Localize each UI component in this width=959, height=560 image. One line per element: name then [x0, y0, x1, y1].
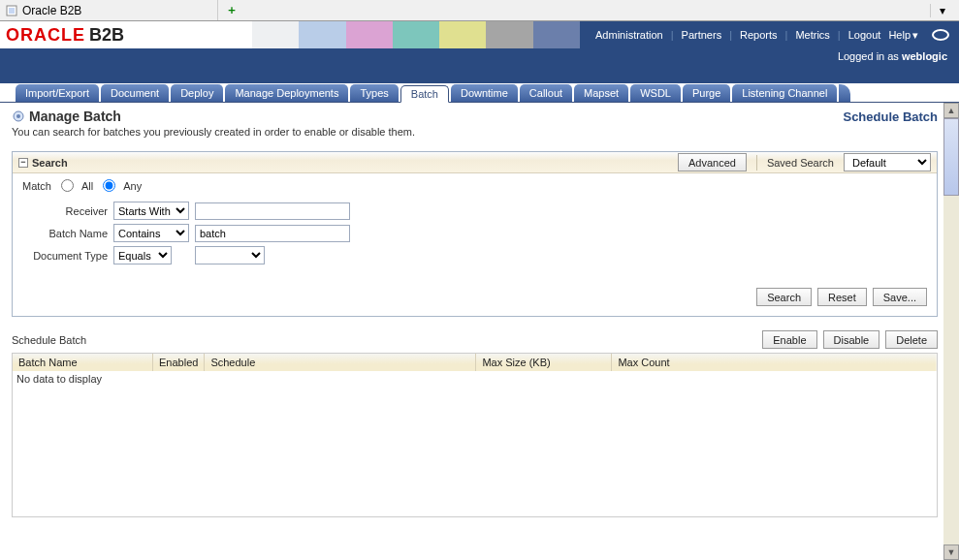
search-panel-title: Search: [32, 157, 68, 169]
nav-administration[interactable]: Administration: [595, 29, 663, 41]
search-button[interactable]: Search: [756, 288, 812, 306]
collapse-search-icon[interactable]: −: [18, 158, 28, 168]
col-enabled[interactable]: Enabled: [153, 354, 205, 371]
receiver-label: Receiver: [22, 205, 110, 217]
tab-deploy[interactable]: Deploy: [171, 84, 223, 102]
search-panel: − Search Advanced Saved Search Default M…: [12, 151, 938, 317]
col-schedule[interactable]: Schedule: [205, 354, 476, 371]
match-any-radio[interactable]: [103, 179, 115, 192]
divider: [756, 155, 757, 171]
match-label: Match: [22, 180, 51, 192]
nav-logout[interactable]: Logout: [848, 29, 881, 41]
brand-strip: ORACLE B2B Administration| Partners| Rep…: [0, 21, 959, 48]
schedule-batch-link[interactable]: Schedule Batch: [843, 109, 938, 124]
disable-button[interactable]: Disable: [823, 330, 880, 349]
table-header-row: Batch Name Enabled Schedule Max Size (KB…: [13, 354, 937, 371]
scroll-down-button[interactable]: ▼: [943, 544, 959, 560]
col-max-size[interactable]: Max Size (KB): [476, 354, 612, 371]
chevron-down-icon: ▾: [912, 29, 918, 42]
tabs-row: Import/Export Document Deploy Manage Dep…: [0, 83, 959, 103]
no-data-message: No data to display: [13, 371, 937, 516]
gear-icon: [12, 109, 25, 123]
saved-search-label: Saved Search: [767, 157, 834, 169]
tab-manage-deployments[interactable]: Manage Deployments: [225, 84, 348, 102]
plus-icon: ＋: [226, 2, 238, 18]
tab-end-cap: [839, 84, 850, 102]
oracle-o-icon: [932, 29, 949, 41]
tab-batch[interactable]: Batch: [400, 85, 449, 103]
document-type-label: Document Type: [22, 250, 110, 262]
document-type-value-select[interactable]: [195, 246, 265, 264]
browser-tab-title: Oracle B2B: [22, 4, 81, 17]
tab-purge[interactable]: Purge: [683, 84, 730, 102]
site-favicon: [6, 5, 17, 16]
col-batch-name[interactable]: Batch Name: [13, 354, 153, 371]
new-tab-area[interactable]: ＋: [217, 0, 930, 20]
tab-mapset[interactable]: Mapset: [574, 84, 628, 102]
scroll-up-button[interactable]: ▲: [943, 103, 959, 118]
nav-metrics[interactable]: Metrics: [795, 29, 829, 41]
page-description: You can search for batches you previousl…: [12, 126, 938, 138]
schedule-batch-section-title: Schedule Batch: [12, 334, 86, 346]
scroll-track[interactable]: [943, 196, 959, 544]
svg-rect-1: [9, 8, 15, 14]
nav-help[interactable]: Help ▾: [888, 29, 918, 42]
saved-search-select[interactable]: Default: [844, 153, 931, 171]
document-type-operator-select[interactable]: Equals: [113, 246, 172, 264]
tab-types[interactable]: Types: [350, 84, 398, 102]
browser-title-bar: Oracle B2B ＋ ▾: [0, 0, 959, 21]
product-name: B2B: [89, 25, 124, 46]
page-title: Manage Batch: [29, 109, 121, 124]
match-all-radio[interactable]: [61, 179, 74, 192]
nav-partners[interactable]: Partners: [682, 29, 722, 41]
save-button[interactable]: Save...: [873, 288, 927, 306]
login-status-bar: Logged in as weblogic: [0, 48, 959, 66]
vertical-scrollbar[interactable]: ▲ ▼: [943, 103, 959, 560]
table-empty-row: No data to display: [13, 371, 937, 516]
brand-mosaic: [252, 21, 580, 48]
match-all-label: All: [81, 180, 93, 192]
tab-listening-channel[interactable]: Listening Channel: [732, 84, 837, 102]
tab-downtime[interactable]: Downtime: [451, 84, 518, 102]
receiver-input[interactable]: [195, 202, 350, 220]
col-max-count[interactable]: Max Count: [612, 354, 937, 371]
batch-name-operator-select[interactable]: Contains: [113, 224, 189, 242]
batch-name-label: Batch Name: [22, 228, 110, 239]
batch-name-input[interactable]: [195, 225, 350, 242]
receiver-operator-select[interactable]: Starts With: [113, 202, 189, 220]
tab-import-export[interactable]: Import/Export: [16, 84, 99, 102]
tab-wsdl[interactable]: WSDL: [630, 84, 681, 102]
scroll-thumb[interactable]: [943, 118, 959, 196]
tab-callout[interactable]: Callout: [520, 84, 572, 102]
batch-table: Batch Name Enabled Schedule Max Size (KB…: [12, 353, 938, 517]
svg-point-3: [16, 114, 20, 118]
advanced-button[interactable]: Advanced: [678, 153, 747, 171]
delete-button[interactable]: Delete: [885, 330, 938, 349]
match-any-label: Any: [123, 180, 142, 192]
enable-button[interactable]: Enable: [762, 330, 816, 349]
reset-button[interactable]: Reset: [817, 288, 867, 306]
logged-in-user: weblogic: [902, 50, 947, 62]
top-nav: Administration| Partners| Reports| Metri…: [580, 21, 959, 48]
sub-blue-bar: [0, 66, 959, 83]
nav-reports[interactable]: Reports: [740, 29, 778, 41]
tab-document[interactable]: Document: [101, 84, 169, 102]
vendor-logo-text: ORACLE: [6, 25, 85, 46]
page-content: Manage Batch Schedule Batch You can sear…: [0, 103, 943, 560]
tab-menu-button[interactable]: ▾: [930, 4, 953, 17]
